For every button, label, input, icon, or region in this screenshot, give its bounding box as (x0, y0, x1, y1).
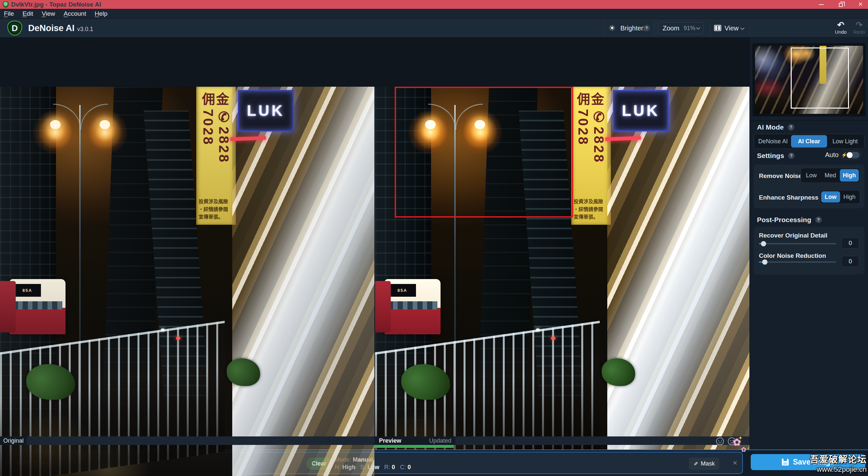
ai-mode-help-icon[interactable]: ? (788, 124, 794, 131)
recover-detail-slider[interactable] (759, 243, 836, 244)
red-bus-rear (0, 281, 16, 333)
banner-phone-text: ✆2828 7028 (200, 109, 232, 189)
auto-label: Auto (825, 151, 839, 159)
ai-mode-lowlight-button[interactable]: Low Light (827, 135, 863, 147)
remove-noise-high-button[interactable]: High (840, 169, 859, 181)
tail-light (176, 337, 181, 340)
flower-sticker-icon: ✿ (741, 446, 746, 453)
banner-title-text: 佣金 (196, 89, 236, 108)
recover-detail-label: Recover Original Detail (759, 232, 827, 239)
menu-edit[interactable]: Edit (23, 10, 33, 18)
yellow-banner-sign: 佣金 ✆2828 7028 投資涉及風險 ‧詳情請參閱 宣傳單張。 (571, 87, 611, 225)
brighten-toggle[interactable]: Brighten (620, 19, 645, 38)
color-noise-label: Color Noise Reduction (759, 252, 826, 260)
color-noise-slider-knob[interactable] (762, 260, 768, 265)
yellow-banner-sign: 佣金 ✆2828 7028 投資涉及風險 ‧詳情請參閱 宣傳單張。 (196, 87, 236, 225)
remove-file-button[interactable]: × (730, 457, 740, 469)
brighten-help-icon[interactable]: ? (643, 25, 650, 31)
zoom-value: 91% (684, 22, 695, 34)
menu-account[interactable]: Account (64, 10, 86, 18)
feedback-smile-icon[interactable] (716, 437, 724, 445)
sparkle-sticker-icon: ✦ (738, 435, 743, 441)
menu-file[interactable]: File (4, 10, 14, 18)
post-processing-help-icon[interactable]: ? (815, 216, 822, 223)
mask-button[interactable]: ✎ Mask (689, 458, 719, 470)
view-menu-button[interactable]: View (724, 19, 739, 38)
close-button[interactable]: ✕ (853, 0, 868, 9)
navigator-thumbnail[interactable] (755, 46, 863, 114)
ai-mode-aiclear-button[interactable]: AI Clear (791, 135, 827, 147)
restore-button[interactable] (833, 0, 848, 9)
image-canvas: 佣金 ✆2828 7028 投資涉及風險 ‧詳情請參閱 宣傳單張。 LUK 85… (0, 38, 749, 449)
close-icon: ✕ (858, 0, 863, 9)
night-street-photo-original: 佣金 ✆2828 7028 投資涉及風險 ‧詳情請參閱 宣傳單張。 LUK 85… (0, 87, 374, 476)
double-decker-bus: 85A (384, 279, 440, 335)
watermark-line2: www.52pojie.cn (793, 465, 867, 474)
watermark-line1: 吾爱破解论坛 (793, 454, 867, 465)
brighten-sun-icon: ☀ (609, 19, 616, 38)
header-separator (749, 20, 750, 36)
bus-route-sign: 85A (14, 284, 41, 297)
preview-image-pane[interactable]: 佣金 ✆2828 7028 投資涉及風險 ‧詳情請參閱 宣傳單張。 LUK 85… (375, 87, 749, 476)
street-lamp-bulb (50, 120, 61, 129)
redo-button[interactable]: ↷ Redo (850, 20, 868, 37)
menu-view[interactable]: View (41, 10, 55, 18)
tab-original[interactable]: Original (0, 436, 27, 445)
bus-motion-blur-streaks (607, 87, 749, 476)
bus-motion-blur-streaks (232, 87, 374, 476)
save-disk-icon (782, 458, 789, 466)
recover-detail-slider-knob[interactable] (761, 241, 766, 246)
bus-route-sign: 85A (389, 284, 416, 297)
original-image-pane[interactable]: 佣金 ✆2828 7028 投資涉及風險 ‧詳情請參閱 宣傳單張。 LUK 85… (0, 87, 374, 476)
ai-mode-denoise-button[interactable]: DeNoise AI (755, 135, 791, 147)
menu-bar: File Edit View Account Help (0, 9, 868, 19)
tab-preview[interactable]: Preview (379, 436, 401, 445)
minimize-icon (819, 4, 824, 5)
zoom-label: Zoom (663, 22, 679, 34)
ai-mode-heading: AI Mode ? (757, 123, 794, 131)
zoom-control[interactable]: Zoom 91% (658, 22, 704, 34)
preview-progress-bar (374, 445, 454, 448)
neon-sign: LUK (238, 90, 294, 132)
tab-updated[interactable]: Updated (429, 436, 452, 445)
app-name: DeNoise AIv3.0.1 (28, 19, 93, 38)
double-decker-bus: 85A (9, 279, 65, 335)
remove-noise-med-button[interactable]: Med (821, 169, 840, 181)
window-title: DvlkVtr.jpg - Topaz DeNoise AI (11, 0, 101, 9)
ai-mode-segmented-control: DeNoise AI AI Clear Low Light (754, 134, 864, 149)
noise-settings-card: Remove Noise Low Med High Enhance Sharpn… (754, 165, 864, 208)
app-window: D DvlkVtr.jpg - Topaz DeNoise AI ✕ File … (0, 0, 868, 476)
undo-button[interactable]: ↶ Undo (831, 20, 850, 37)
lightning-icon: ⚡ (841, 152, 846, 158)
menu-help[interactable]: Help (95, 10, 107, 18)
enhance-sharpness-segmented-control: Low High (820, 190, 860, 204)
navigator-viewport-rect[interactable] (791, 47, 849, 109)
preview-tab-group: Preview Updated (374, 436, 455, 445)
header-separator (604, 20, 604, 36)
bus-windows (388, 301, 437, 309)
chevron-down-icon (696, 26, 700, 30)
header-separator (654, 20, 654, 36)
remove-noise-low-button[interactable]: Low (802, 169, 821, 181)
watermark: 吾爱破解论坛 www.52pojie.cn (793, 454, 867, 474)
red-bus-rear (375, 281, 391, 333)
enhance-sharpness-high-button[interactable]: High (840, 192, 859, 203)
header-separator (710, 20, 710, 36)
toggle-track (846, 152, 860, 158)
brush-icon: ✎ (692, 462, 699, 466)
auto-toggle[interactable]: ⚡ (839, 150, 861, 160)
minimize-button[interactable] (814, 0, 829, 9)
remove-noise-label: Remove Noise (759, 172, 802, 180)
undo-arrow-icon: ↶ (831, 20, 850, 29)
street-lamp-bulb (100, 120, 110, 129)
settings-sidebar: AI Mode ? DeNoise AI AI Clear Low Light … (749, 38, 868, 476)
settings-help-icon[interactable]: ? (788, 152, 795, 159)
enhance-sharpness-low-button[interactable]: Low (821, 192, 840, 203)
color-noise-slider[interactable] (759, 261, 836, 263)
split-view-icon (714, 25, 721, 31)
restore-icon (839, 3, 843, 7)
color-noise-value[interactable]: 0 (841, 256, 859, 267)
tail-light (551, 337, 556, 340)
recover-detail-value[interactable]: 0 (841, 238, 859, 249)
remove-noise-segmented-control: Low Med High (801, 168, 860, 183)
